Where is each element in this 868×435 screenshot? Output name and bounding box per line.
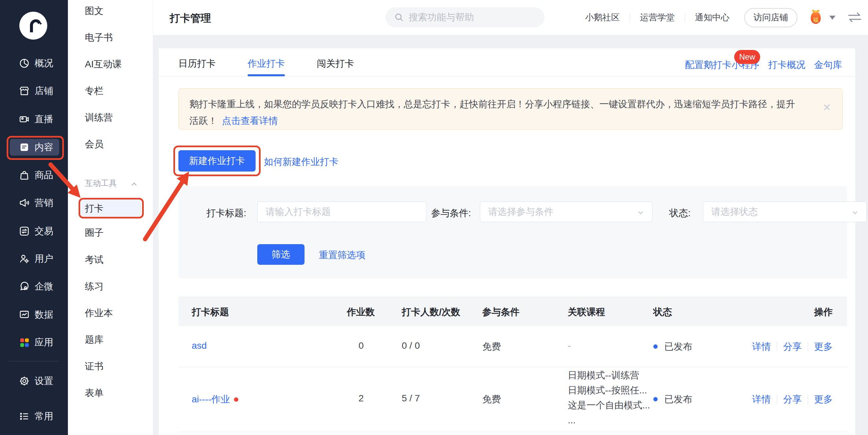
course-cell: -: [568, 340, 571, 351]
action-detail[interactable]: 详情: [752, 393, 771, 406]
banner-text: 鹅打卡隆重上线，如果您的学员反映打卡入口难找，总是忘打卡，赶快前往开启！分享小程…: [189, 99, 795, 126]
link-daka-overview[interactable]: 打卡概况: [768, 59, 805, 71]
link-notifications[interactable]: 通知中心: [695, 12, 730, 23]
apps-grid-icon: [19, 337, 30, 348]
sidebar-item-label: 常用: [35, 410, 53, 423]
sidebar-item-label: 店铺: [35, 85, 53, 97]
new-badge: New: [734, 50, 760, 64]
chevron-up-icon[interactable]: [130, 180, 138, 190]
banner-detail-link[interactable]: 点击查看详情: [222, 116, 278, 126]
submenu-item-homework[interactable]: 作业本: [85, 307, 113, 320]
action-share[interactable]: 分享: [783, 393, 802, 406]
chat-person-icon: [19, 281, 30, 292]
megaphone-icon: [19, 197, 30, 208]
sidebar-item-goods[interactable]: 商品: [0, 167, 68, 183]
link-academy[interactable]: 运营学堂: [640, 12, 675, 23]
goose-logo-icon: [19, 11, 48, 40]
tabbar-right-links: 配置鹅打卡小程序 打卡概况 金句库: [685, 59, 842, 71]
row-actions: 详情 分享 更多: [752, 393, 833, 406]
sidebar-item-data[interactable]: 数据: [0, 307, 68, 323]
filter-condition-label: 参与条件:: [417, 207, 471, 220]
unread-dot: [234, 397, 238, 402]
daka-title-link[interactable]: asd: [192, 340, 207, 351]
tab-calendar-daka[interactable]: 日历打卡: [178, 57, 216, 70]
submenu-item-question-bank[interactable]: 题库: [85, 333, 103, 346]
sidebar-item-settings[interactable]: 设置: [0, 373, 68, 389]
svg-text:福: 福: [813, 17, 819, 23]
submenu-item-daka[interactable]: 打卡: [85, 202, 103, 215]
tab-homework-daka[interactable]: 作业打卡: [248, 57, 285, 70]
video-camera-icon: [19, 114, 30, 125]
action-share[interactable]: 分享: [783, 340, 802, 353]
filter-title-label: 打卡标题:: [205, 207, 246, 220]
action-separator: [777, 395, 777, 404]
sidebar-item-label: 设置: [35, 375, 53, 387]
goods-bag-icon: [19, 170, 30, 181]
row-divider: [178, 367, 847, 367]
course-line: 日期模式--训练营: [568, 368, 650, 383]
status-cell: 已发布: [664, 340, 692, 353]
link-quote-library[interactable]: 金句库: [814, 59, 842, 71]
submenu-item-column[interactable]: 专栏: [85, 84, 103, 97]
sidebar-item-qiwei[interactable]: 企微: [0, 278, 68, 295]
submenu-item-ai-course[interactable]: AI互动课: [85, 58, 122, 71]
col-header-course: 关联课程: [568, 306, 605, 318]
status-dot: [653, 344, 658, 349]
submenu-item-circle[interactable]: 圈子: [85, 226, 103, 239]
submenu-item-ebook[interactable]: 电子书: [85, 31, 113, 44]
sidebar-item-live[interactable]: 直播: [0, 111, 68, 127]
submenu-item-tuwen[interactable]: 图文: [85, 4, 103, 18]
sidebar-item-label: 商品: [35, 169, 53, 181]
submenu-item-member[interactable]: 会员: [85, 138, 103, 151]
homework-count-cell: 2: [347, 393, 375, 404]
submenu-item-certificate[interactable]: 证书: [85, 360, 103, 373]
how-to-create-link[interactable]: 如何新建作业打卡: [264, 155, 339, 168]
sidebar-item-content[interactable]: 内容: [0, 139, 68, 155]
status-select[interactable]: 请选择状态: [703, 202, 867, 222]
status-cell: 已发布: [664, 393, 692, 406]
sidebar-item-marketing[interactable]: 营销: [0, 195, 68, 211]
col-header-title: 打卡标题: [192, 306, 229, 318]
switch-account-icon[interactable]: [847, 11, 863, 24]
condition-select[interactable]: 请选择参与条件: [480, 202, 652, 222]
submenu-item-form[interactable]: 表单: [85, 386, 103, 400]
sidebar-item-users[interactable]: 用户: [0, 251, 68, 267]
action-more[interactable]: 更多: [814, 340, 833, 353]
sidebar-item-common[interactable]: 常用: [0, 408, 68, 425]
close-icon[interactable]: ✕: [823, 99, 831, 116]
filter-reset-link[interactable]: 重置筛选项: [319, 249, 366, 261]
status-dot: [653, 397, 658, 401]
sidebar-item-trade[interactable]: 交易: [0, 223, 68, 239]
sidebar-item-shop[interactable]: 店铺: [0, 83, 68, 99]
daka-title-link[interactable]: ai----作业: [192, 393, 230, 406]
notice-banner: 鹅打卡隆重上线，如果您的学员反映打卡入口难找，总是忘打卡，赶快前往开启！分享小程…: [178, 88, 843, 129]
daka-title-input[interactable]: [257, 202, 426, 222]
search-box[interactable]: [385, 7, 545, 27]
gear-icon: [19, 375, 30, 387]
condition-cell: 免费: [482, 393, 501, 406]
action-more[interactable]: 更多: [814, 393, 833, 406]
condition-select-placeholder: 请选择参与条件: [488, 205, 554, 218]
visit-store-button[interactable]: 访问店铺: [744, 8, 798, 27]
search-input[interactable]: [409, 12, 535, 23]
header-separator: [685, 13, 685, 22]
tab-level-daka[interactable]: 闯关打卡: [317, 57, 354, 70]
action-detail[interactable]: 详情: [752, 340, 771, 353]
header-separator: [630, 13, 630, 22]
submenu-item-practice[interactable]: 练习: [85, 280, 103, 293]
course-line: ...: [568, 413, 650, 428]
sidebar-item-overview[interactable]: 概况: [0, 55, 68, 71]
filter-status-label: 状态:: [661, 207, 691, 220]
submenu-item-camp[interactable]: 训练营: [85, 111, 113, 124]
filter-submit-button[interactable]: 筛选: [257, 244, 305, 265]
sidebar-item-label: 概况: [35, 57, 53, 69]
sidebar-item-apps[interactable]: 应用: [0, 334, 68, 351]
chevron-down-icon[interactable]: [829, 16, 835, 23]
submenu-item-exam[interactable]: 考试: [85, 253, 103, 266]
link-community[interactable]: 小鹅社区: [585, 12, 620, 23]
brand-logo[interactable]: [19, 11, 48, 40]
avatar[interactable]: 福: [807, 8, 825, 27]
create-homework-daka-button[interactable]: 新建作业打卡: [178, 150, 256, 172]
course-cell: 日期模式--训练营 日期模式--按照任... 这是一个自由模式... ...: [568, 368, 650, 428]
people-times-cell: 5 / 7: [402, 393, 420, 404]
